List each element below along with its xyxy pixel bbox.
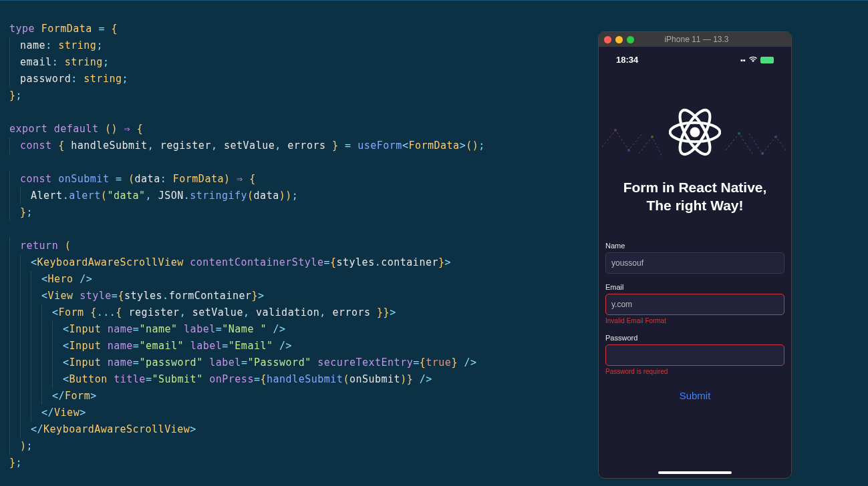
- email-label: Email: [605, 283, 784, 291]
- name-label: Name: [605, 242, 784, 250]
- code-line[interactable]: <Input name="password" label="Password" …: [9, 354, 557, 371]
- code-line[interactable]: [9, 104, 557, 121]
- phone-screen: 18:34 ▪▪ Form in React Native,: [599, 47, 791, 478]
- code-line[interactable]: <KeyboardAwareScrollView contentContaine…: [9, 254, 557, 271]
- code-line[interactable]: </Form>: [9, 388, 557, 405]
- svg-point-5: [774, 136, 777, 138]
- maximize-icon[interactable]: [627, 36, 634, 43]
- code-line[interactable]: const { handleSubmit, register, setValue…: [9, 138, 557, 154]
- name-input[interactable]: [605, 252, 784, 274]
- code-line[interactable]: <View style={styles.formContainer}>: [9, 288, 557, 304]
- status-bar: 18:34 ▪▪: [604, 53, 786, 66]
- svg-point-0: [614, 129, 617, 132]
- code-line[interactable]: [9, 154, 557, 171]
- code-line[interactable]: <Form {...{ register, setValue, validati…: [9, 304, 557, 321]
- close-icon[interactable]: [604, 36, 611, 43]
- code-line[interactable]: };: [9, 204, 557, 221]
- code-line[interactable]: Alert.alert("data", JSON.stringify(data)…: [9, 188, 557, 204]
- code-line[interactable]: };: [9, 87, 557, 104]
- email-error: Invalid Email Format: [605, 317, 784, 324]
- battery-icon: [760, 57, 774, 63]
- name-field-group: Name: [604, 242, 786, 274]
- code-line[interactable]: [9, 221, 557, 238]
- code-line[interactable]: <Input name="name" label="Name " />: [9, 321, 557, 338]
- svg-point-1: [627, 149, 630, 152]
- code-line[interactable]: password: string;: [9, 71, 557, 87]
- code-line[interactable]: return (: [9, 238, 557, 254]
- email-input[interactable]: [605, 294, 784, 315]
- simulator-window: iPhone 11 — 13.3 18:34 ▪▪: [598, 31, 792, 479]
- password-error: Password is required: [605, 368, 784, 375]
- code-line[interactable]: <Input name="email" label="Email" />: [9, 338, 557, 354]
- signal-icon: ▪▪: [740, 56, 746, 64]
- svg-point-4: [761, 152, 764, 155]
- password-input[interactable]: [605, 344, 784, 366]
- wifi-icon: [748, 56, 758, 64]
- minimize-icon[interactable]: [615, 36, 623, 43]
- window-titlebar[interactable]: iPhone 11 — 13.3: [599, 32, 791, 47]
- code-line[interactable]: </View>: [9, 405, 557, 421]
- code-line[interactable]: type FormData = {: [9, 21, 557, 37]
- code-line[interactable]: );: [9, 438, 557, 455]
- code-line[interactable]: name: string;: [9, 37, 557, 54]
- status-time: 18:34: [616, 55, 638, 65]
- password-label: Password: [605, 334, 784, 342]
- code-editor[interactable]: type FormData = {name: string;email: str…: [9, 21, 557, 471]
- decorative-pattern: [599, 120, 792, 174]
- home-indicator[interactable]: [658, 471, 732, 474]
- submit-button[interactable]: Submit: [604, 385, 786, 407]
- code-line[interactable]: <Button title="Submit" onPress={handleSu…: [9, 371, 557, 388]
- code-line[interactable]: export default () ⇒ {: [9, 121, 557, 138]
- code-line[interactable]: email: string;: [9, 54, 557, 71]
- password-field-group: Password Password is required: [604, 334, 786, 375]
- svg-point-3: [738, 132, 740, 135]
- window-title: iPhone 11 — 13.3: [638, 35, 755, 44]
- code-line[interactable]: const onSubmit = (data: FormData) ⇒ {: [9, 171, 557, 188]
- hero-title: Form in React Native, The right Way!: [604, 178, 786, 215]
- code-line[interactable]: </KeyboardAwareScrollView>: [9, 421, 557, 438]
- code-line[interactable]: };: [9, 455, 557, 471]
- svg-point-2: [651, 136, 654, 138]
- email-field-group: Email Invalid Email Format: [604, 283, 786, 324]
- code-line[interactable]: <Hero />: [9, 271, 557, 288]
